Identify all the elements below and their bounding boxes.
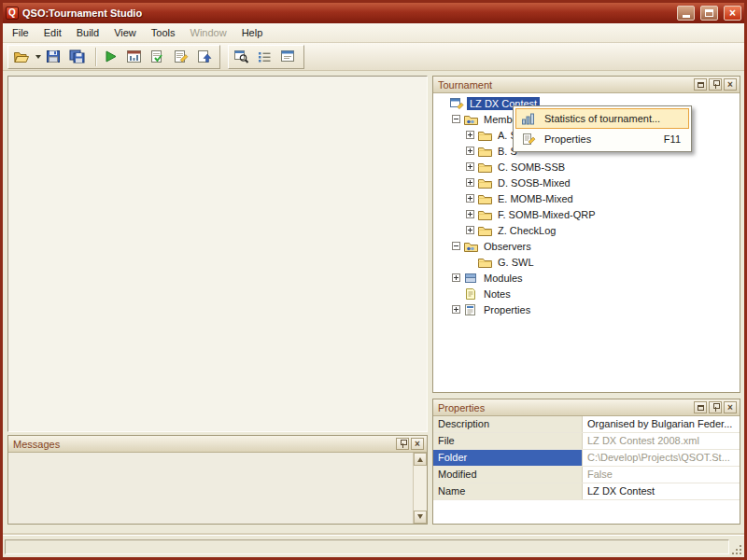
tree-expander[interactable]	[466, 178, 474, 187]
tournament-check-button[interactable]	[124, 47, 147, 67]
doc-edit-icon	[173, 49, 189, 63]
list-view-button[interactable]	[255, 47, 277, 67]
menu-build[interactable]: Build	[69, 24, 106, 41]
scroll-up-button[interactable]	[414, 453, 427, 466]
menu-tools[interactable]: Tools	[144, 24, 183, 41]
tree-node-c-somb-ssb[interactable]: C. SOMB-SSB	[436, 159, 740, 175]
doc-check-button[interactable]	[148, 47, 170, 67]
tournament-close-button[interactable]: ×	[724, 78, 737, 91]
tree-node-z-checklog[interactable]: Z. CheckLog	[436, 222, 740, 238]
properties-close-button[interactable]: ×	[724, 401, 737, 413]
property-key: Name	[433, 483, 583, 499]
tree-expander[interactable]	[466, 194, 474, 203]
run-button[interactable]	[101, 47, 123, 67]
document-area[interactable]	[7, 76, 428, 432]
dropdown-arrow-icon[interactable]	[35, 55, 41, 62]
doc-edit-button[interactable]	[171, 47, 193, 67]
tournament-pin-button[interactable]	[709, 78, 722, 91]
tree-expander[interactable]	[452, 305, 460, 314]
resize-grip[interactable]	[731, 544, 742, 555]
save-all-icon	[69, 49, 86, 63]
context-menu-item-properties[interactable]: PropertiesF11	[515, 129, 689, 149]
tree-node-properties[interactable]: Properties	[436, 301, 740, 317]
tree-node-g-swl[interactable]: G. SWL	[436, 254, 740, 270]
find-form-button[interactable]	[232, 47, 254, 67]
minimize-icon	[683, 15, 690, 18]
tree-node-label: Modules	[481, 272, 526, 285]
folder-icon	[477, 224, 492, 237]
tree-node-observers[interactable]: Observers	[436, 238, 740, 254]
toolbar	[3, 43, 744, 71]
stats-icon	[521, 112, 536, 125]
tree-expander[interactable]	[466, 131, 474, 139]
tree-expander[interactable]	[466, 147, 474, 155]
minimize-button[interactable]	[677, 6, 695, 21]
tree-node-label: Notes	[481, 287, 514, 301]
properties-pin-button[interactable]	[709, 401, 722, 413]
tree-node-e-momb-mixed[interactable]: E. MOMB-Mixed	[436, 190, 740, 206]
open-folder-button[interactable]	[11, 47, 43, 67]
property-row-name[interactable]: NameLZ DX Contest	[433, 483, 740, 500]
messages-pin-button[interactable]	[396, 438, 409, 450]
tree-expander[interactable]	[466, 162, 474, 171]
tree-node-modules[interactable]: Modules	[436, 270, 740, 286]
context-menu-item-statistics-of-tournament[interactable]: Statistics of tournament...	[515, 108, 689, 129]
list-view-icon	[257, 49, 273, 63]
menubar: FileEditBuildViewToolsWindowHelp	[3, 23, 744, 43]
property-key: File	[433, 433, 583, 449]
tree-node-notes[interactable]: Notes	[436, 286, 740, 301]
find-form-icon	[233, 49, 249, 63]
app-logo-icon: Q	[6, 7, 19, 20]
menu-edit[interactable]: Edit	[36, 24, 69, 41]
property-row-description[interactable]: DescriptionOrganised by Bulgarian Feder.…	[433, 416, 740, 433]
tournament-maximize-button[interactable]	[694, 78, 707, 91]
folder-icon	[477, 129, 492, 142]
close-button[interactable]: ×	[724, 6, 741, 21]
messages-close-button[interactable]: ×	[411, 438, 424, 450]
property-value: Organised by Bulgarian Feder...	[583, 416, 740, 432]
properties-table: DescriptionOrganised by Bulgarian Feder.…	[433, 416, 740, 524]
tree-node-label: G. SWL	[495, 256, 537, 269]
tree-expander[interactable]	[452, 115, 460, 123]
tree-node-label: Observers	[481, 240, 534, 253]
properties-panel: Properties × DescriptionOrganised by Bul…	[432, 399, 740, 525]
folder-icon	[477, 161, 492, 174]
folder-icon	[477, 176, 492, 189]
property-value: LZ DX Contest 2008.xml	[583, 433, 740, 449]
context-menu-item-label: Statistics of tournament...	[544, 113, 675, 124]
property-row-file[interactable]: FileLZ DX Contest 2008.xml	[433, 433, 740, 450]
property-row-folder[interactable]: FolderC:\Develop\Projects\QSOT.St...	[433, 450, 740, 467]
tree-expander[interactable]	[452, 242, 460, 250]
property-key: Folder	[433, 450, 583, 466]
tree-node-d-sosb-mixed[interactable]: D. SOSB-Mixed	[436, 175, 740, 190]
property-row-modified[interactable]: ModifiedFalse	[433, 467, 740, 483]
tree-node-f-somb-mixed-qrp[interactable]: F. SOMB-Mixed-QRP	[436, 206, 740, 222]
scroll-down-button[interactable]	[414, 511, 427, 524]
maximize-icon	[705, 9, 713, 17]
maximize-icon	[698, 82, 704, 88]
tree-expander[interactable]	[466, 226, 474, 234]
messages-body	[8, 453, 427, 524]
menu-window[interactable]: Window	[183, 24, 234, 41]
doc-upload-button[interactable]	[194, 47, 217, 67]
pin-icon	[712, 80, 719, 89]
tree-expander[interactable]	[466, 210, 474, 218]
statusbar	[3, 535, 744, 557]
save-all-button[interactable]	[67, 47, 91, 67]
doc-upload-icon	[196, 49, 212, 63]
menu-help[interactable]: Help	[234, 24, 271, 41]
form-view-button[interactable]	[278, 47, 301, 67]
tree-node-label: D. SOSB-Mixed	[495, 176, 573, 189]
menu-view[interactable]: View	[106, 24, 144, 41]
messages-panel: Messages ×	[7, 435, 428, 525]
properties-panel-title: Properties	[438, 402, 692, 413]
properties-maximize-button[interactable]	[694, 401, 707, 413]
menu-file[interactable]: File	[5, 24, 36, 41]
maximize-button[interactable]	[700, 6, 718, 21]
save-button[interactable]	[44, 47, 66, 67]
status-field	[5, 539, 729, 554]
messages-scrollbar[interactable]	[413, 453, 427, 524]
property-value: C:\Develop\Projects\QSOT.St...	[583, 450, 740, 466]
tree-expander[interactable]	[452, 273, 460, 282]
module-icon	[463, 272, 478, 285]
